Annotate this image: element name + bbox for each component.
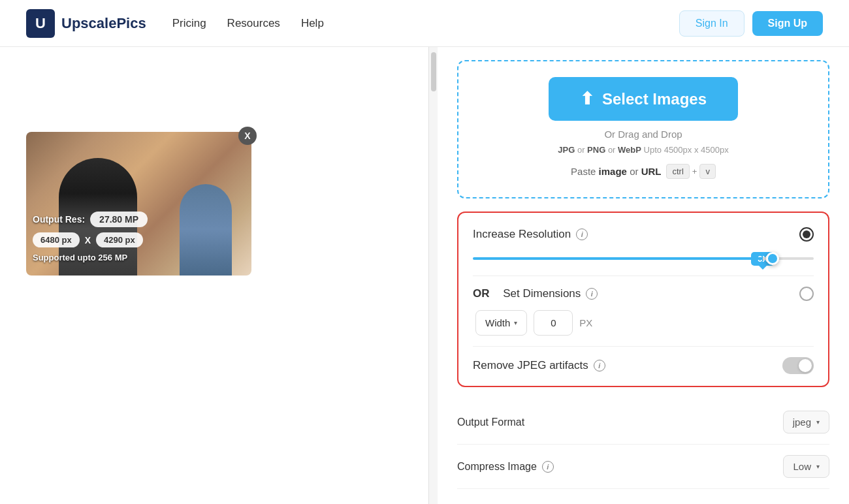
nav-item-help[interactable]: Help — [301, 17, 324, 30]
set-dimensions-info-icon[interactable]: i — [586, 288, 598, 300]
v-key: v — [699, 164, 716, 179]
width-badge: 6480 px — [33, 232, 80, 247]
left-panel: X Output Res: 27.80 MP 6480 px X 4290 px… — [0, 47, 438, 504]
output-format-value: jpeg — [793, 417, 811, 428]
main-nav: Pricing Resources Help — [172, 17, 324, 30]
compress-dropdown[interactable]: Low ▾ — [783, 455, 829, 478]
or-text: OR — [473, 287, 490, 300]
dimension-unit: PX — [579, 317, 592, 328]
increase-resolution-info-icon[interactable]: i — [576, 228, 588, 240]
remove-artifacts-info-icon[interactable]: i — [594, 360, 605, 371]
header: U UpscalePics Pricing Resources Help Sig… — [0, 0, 849, 47]
remove-artifacts-label: Remove JPEG artifacts — [473, 359, 588, 372]
x-separator: X — [85, 235, 91, 245]
logo-text: UpscalePics — [61, 15, 146, 32]
set-dimensions-label: Set Dimensions — [503, 287, 581, 300]
select-images-button[interactable]: ⬆ Select Images — [549, 77, 738, 121]
scrollbar[interactable] — [428, 47, 438, 504]
remove-artifacts-title: Remove JPEG artifacts i — [473, 359, 605, 372]
dimensions-row: 6480 px X 4290 px — [33, 232, 245, 247]
drag-drop-text: Or Drag and Drop — [474, 129, 812, 140]
set-dimensions-section: OR Set Dimensions i — [473, 287, 814, 301]
output-format-row: Output Format jpeg ▾ — [457, 400, 829, 445]
remove-artifacts-row: Remove JPEG artifacts i — [473, 357, 814, 374]
sign-in-button[interactable]: Sign In — [679, 10, 745, 37]
output-res-row: Output Res: 27.80 MP — [33, 212, 245, 227]
set-dimensions-title: OR Set Dimensions i — [473, 287, 598, 300]
increase-resolution-title: Increase Resolution i — [473, 228, 588, 241]
set-dimensions-radio[interactable] — [799, 287, 814, 301]
increase-resolution-radio[interactable] — [799, 227, 814, 242]
compress-value: Low — [793, 461, 811, 472]
compress-image-row: Compress Image i Low ▾ — [457, 445, 829, 489]
paste-text: Paste image or URL — [571, 166, 661, 177]
dimensions-inputs: Width ▾ 0 PX — [473, 310, 814, 336]
header-actions: Sign In Sign Up — [679, 10, 823, 37]
image-preview-container: X Output Res: 27.80 MP 6480 px X 4290 px… — [26, 132, 251, 276]
format-chevron-icon: ▾ — [816, 418, 820, 426]
slider-thumb[interactable] — [766, 252, 779, 265]
output-res-label: Output Res: — [33, 214, 85, 225]
sign-up-button[interactable]: Sign Up — [752, 11, 823, 36]
section-divider-1 — [473, 276, 814, 276]
dimension-value[interactable]: 0 — [534, 310, 573, 336]
compress-image-label: Compress Image i — [457, 461, 554, 473]
format-text: JPG or PNG or WebP Upto 4500px x 4500px — [474, 145, 812, 155]
section-divider-2 — [473, 346, 814, 347]
keyboard-shortcut: ctrl + v — [666, 164, 715, 179]
right-panel: ⬆ Select Images Or Drag and Drop JPG or … — [438, 47, 849, 504]
close-button[interactable]: X — [238, 127, 257, 145]
nav-item-resources[interactable]: Resources — [227, 17, 280, 30]
height-badge: 4290 px — [96, 232, 143, 247]
select-images-label: Select Images — [602, 90, 707, 108]
logo-icon: U — [26, 9, 55, 38]
ctrl-key: ctrl — [666, 164, 689, 179]
upload-icon: ⬆ — [580, 89, 594, 109]
compress-chevron-icon: ▾ — [816, 463, 820, 470]
image-info: Output Res: 27.80 MP 6480 px X 4290 px S… — [33, 212, 245, 262]
logo-area: U UpscalePics — [26, 9, 146, 38]
output-format-label: Output Format — [457, 417, 524, 428]
compress-info-icon[interactable]: i — [542, 461, 554, 473]
plus-key: + — [692, 166, 697, 176]
width-dropdown[interactable]: Width ▾ — [475, 310, 527, 336]
slider-track[interactable] — [473, 257, 814, 260]
increase-resolution-label: Increase Resolution — [473, 228, 571, 241]
slider-container: 6X — [473, 257, 814, 265]
mp-value-badge: 27.80 MP — [90, 212, 148, 227]
supported-text: Supported upto 256 MP — [33, 253, 245, 262]
main-content: X Output Res: 27.80 MP 6480 px X 4290 px… — [0, 47, 849, 504]
output-format-dropdown[interactable]: jpeg ▾ — [783, 411, 829, 433]
upload-area: ⬆ Select Images Or Drag and Drop JPG or … — [457, 60, 829, 198]
scrollbar-thumb[interactable] — [431, 52, 436, 91]
chevron-down-icon: ▾ — [514, 319, 517, 326]
remove-artifacts-toggle[interactable] — [782, 357, 814, 374]
nav-item-pricing[interactable]: Pricing — [172, 17, 206, 30]
width-label: Width — [485, 317, 510, 328]
paste-area: Paste image or URL ctrl + v — [474, 155, 812, 181]
increase-resolution-section: Increase Resolution i — [473, 227, 814, 242]
settings-box: Increase Resolution i 6X OR Set Dimensio… — [457, 212, 829, 387]
